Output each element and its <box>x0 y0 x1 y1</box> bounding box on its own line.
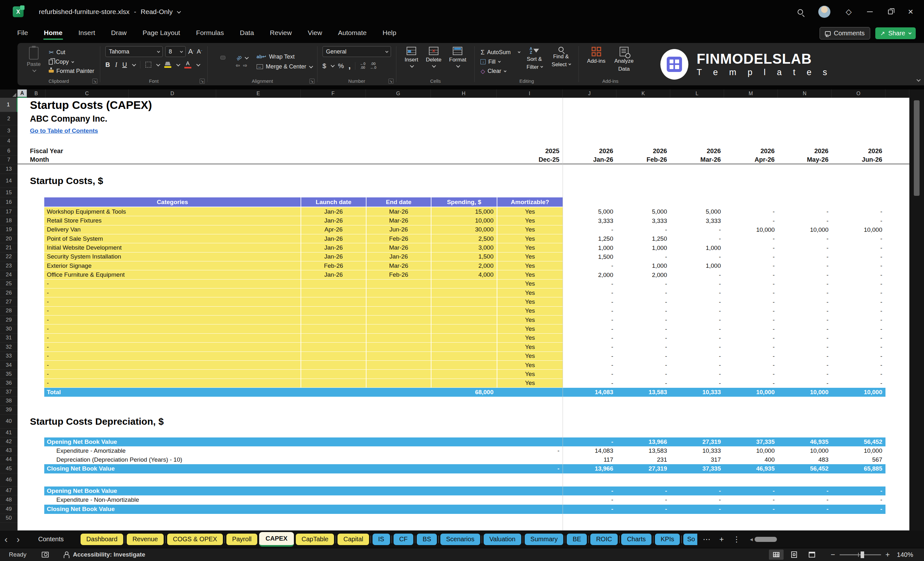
row-header-25[interactable]: 25 <box>0 279 18 288</box>
row-header-6[interactable]: 6 <box>0 146 18 156</box>
font-dialog-launcher[interactable]: ↘ <box>200 79 205 84</box>
page-layout-view-button[interactable] <box>787 549 801 560</box>
sheet-tab-capex[interactable]: CAPEX <box>259 532 294 547</box>
cell-dep-value[interactable]: - <box>616 495 670 505</box>
cell-dep-value[interactable]: - <box>497 464 562 474</box>
cell-dep-value[interactable]: - <box>497 446 562 455</box>
sheet-tab-charts[interactable]: Charts <box>621 534 651 545</box>
accessibility-status[interactable]: Accessibility: Investigate <box>73 551 145 558</box>
cell-amortizable[interactable]: Yes <box>497 225 562 234</box>
merge-center-button[interactable]: ↔ Merge & Center <box>256 63 312 70</box>
cell-value[interactable]: 2025 <box>497 146 562 156</box>
cell-launch-date[interactable] <box>301 297 366 306</box>
sheet-tab-dashboard[interactable]: Dashboard <box>81 534 123 545</box>
horizontal-scrollbar[interactable]: ◂ <box>750 536 777 543</box>
addins-button[interactable]: Add-ins <box>584 46 609 77</box>
cell-month-value[interactable]: 1,500 <box>562 252 616 261</box>
cell-month-value[interactable]: - <box>670 343 724 351</box>
top-align-button[interactable] <box>213 56 217 59</box>
cell-month-value[interactable]: - <box>778 216 832 225</box>
row-header-26[interactable]: 26 <box>0 288 18 297</box>
borders-button[interactable] <box>146 62 151 68</box>
cell-value[interactable]: Mar-26 <box>670 156 724 164</box>
wrap-text-button[interactable]: ab↩ Wrap Text <box>256 54 312 60</box>
cell-month-value[interactable]: 1,000 <box>670 243 724 252</box>
cell-month-value[interactable]: 3,333 <box>562 216 616 225</box>
cell-end-date[interactable] <box>366 343 431 351</box>
cell-month-value[interactable]: - <box>778 243 832 252</box>
cell-value[interactable]: Dec-25 <box>497 156 562 164</box>
sheet-tab-contents[interactable]: Contents <box>35 534 67 545</box>
delete-cells-button[interactable]: × Delete <box>423 46 444 77</box>
cell-month-value[interactable]: - <box>724 343 778 351</box>
cell-month-value[interactable]: - <box>724 270 778 279</box>
cell-dep-value[interactable]: 117 <box>562 455 616 464</box>
cell-dep-value[interactable]: - <box>724 505 778 514</box>
cell-amortizable[interactable]: Yes <box>497 216 562 225</box>
cell-dep-value[interactable]: - <box>562 495 616 505</box>
cell-month-value[interactable]: - <box>724 307 778 315</box>
cell-month-value[interactable]: - <box>724 379 778 388</box>
avatar[interactable] <box>818 6 830 18</box>
cell-month-value[interactable]: - <box>724 352 778 361</box>
cell-total-month[interactable]: 13,583 <box>616 388 670 397</box>
cell-month-value[interactable]: 1,000 <box>562 243 616 252</box>
percent-format-button[interactable]: % <box>338 62 344 70</box>
cell-spending[interactable]: 2,500 <box>431 234 497 243</box>
row-header-43[interactable]: 43 <box>0 446 18 455</box>
cell-month-value[interactable]: 2,000 <box>616 270 670 279</box>
zoom-level[interactable]: 140% <box>897 551 913 558</box>
cell-month-value[interactable]: - <box>562 307 616 315</box>
row-header-7[interactable]: 7 <box>0 156 18 164</box>
sheet-tab-payroll[interactable]: Payroll <box>226 534 257 545</box>
chevron-down-icon[interactable] <box>196 62 200 66</box>
bottom-align-button[interactable] <box>229 56 233 59</box>
row-header-47[interactable]: 47 <box>0 486 18 495</box>
cell-category[interactable]: - <box>44 361 301 370</box>
vertical-scrollbar-thumb[interactable] <box>914 100 920 196</box>
cell-dep-value[interactable]: 13,966 <box>616 438 670 446</box>
cell-month-value[interactable]: - <box>832 379 885 388</box>
row-header-33[interactable]: 33 <box>0 352 18 361</box>
tab-view[interactable]: View <box>307 26 322 40</box>
sheet-tab-so[interactable]: So <box>683 534 697 545</box>
font-name-combo[interactable]: Tahoma <box>105 46 163 57</box>
cell-month-value[interactable]: - <box>562 370 616 379</box>
row-header-23[interactable]: 23 <box>0 261 18 270</box>
cell-dep-value[interactable]: 65,885 <box>832 464 885 474</box>
cell-dep-value[interactable]: - <box>778 486 832 495</box>
cell-dep-value[interactable] <box>497 486 562 495</box>
cell-dep-value[interactable]: - <box>670 495 724 505</box>
cell-spending[interactable] <box>431 279 497 288</box>
row-header-3[interactable]: 3 <box>0 126 18 136</box>
column-header-I[interactable]: I <box>497 90 562 98</box>
minimize-button[interactable] <box>867 12 873 12</box>
underline-button[interactable]: U <box>122 61 127 69</box>
cell-launch-date[interactable] <box>301 334 366 343</box>
zoom-out-button[interactable]: − <box>831 550 835 559</box>
cell-total-label[interactable]: Total <box>44 388 301 397</box>
find-select-button[interactable]: Find & Select <box>549 46 573 77</box>
chevron-down-icon[interactable] <box>177 9 181 14</box>
decrease-decimal-button[interactable]: .00 →.0 <box>370 62 376 69</box>
cell-month-value[interactable]: - <box>670 352 724 361</box>
cell-end-date[interactable]: Mar-26 <box>366 207 431 216</box>
sheet-tab-kpis[interactable]: KPIs <box>655 534 680 545</box>
cell-end-date[interactable] <box>366 324 431 333</box>
clear-button[interactable]: ◇ Clear <box>480 66 520 76</box>
cell-month-value[interactable]: - <box>670 334 724 343</box>
cell-month-value[interactable]: - <box>724 315 778 324</box>
cell-page-title[interactable]: Startup Costs (CAPEX) <box>18 98 152 112</box>
cell-category[interactable]: Security System Installation <box>44 252 301 261</box>
cell-month-value[interactable]: - <box>670 270 724 279</box>
cell-end-date[interactable] <box>366 307 431 315</box>
cell-dep-label[interactable]: Opening Net Book Value <box>44 486 497 495</box>
cell-end-date[interactable] <box>366 315 431 324</box>
cell-month-value[interactable]: - <box>724 297 778 306</box>
sheet-tab-scenarios[interactable]: Scenarios <box>440 534 480 545</box>
cell-dep-value[interactable]: 37,335 <box>670 464 724 474</box>
cell-total-month[interactable]: 10,333 <box>670 388 724 397</box>
cell-month-value[interactable]: - <box>832 370 885 379</box>
zoom-in-button[interactable]: + <box>885 550 890 559</box>
row-header-36[interactable]: 36 <box>0 379 18 388</box>
